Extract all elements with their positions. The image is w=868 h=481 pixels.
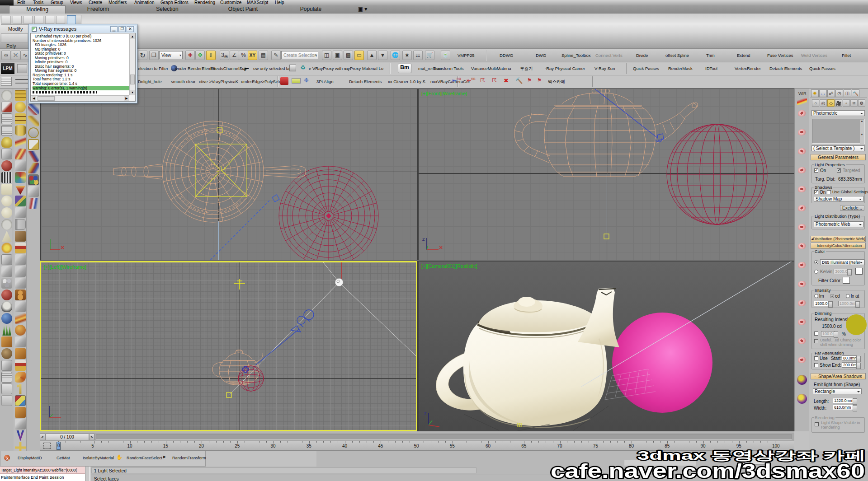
svg-text:Z: Z [424, 411, 427, 416]
svg-text:Z: Z [422, 237, 425, 242]
